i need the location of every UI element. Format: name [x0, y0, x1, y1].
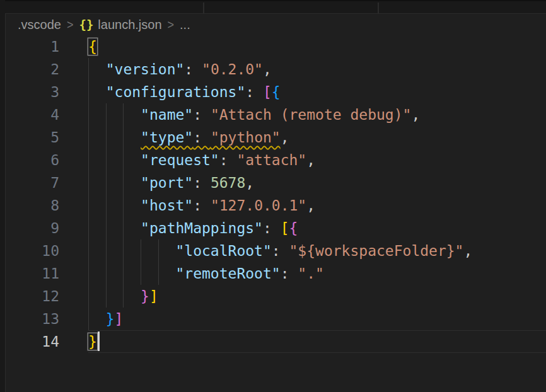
code-token: : — [281, 265, 298, 282]
code-token: "attach" — [236, 152, 306, 168]
code-line[interactable]: 3 "configurations": [{ — [5, 81, 546, 103]
code-token — [88, 61, 106, 78]
editor-tab-bar[interactable] — [5, 0, 546, 14]
indent-guide — [106, 239, 107, 262]
code-line[interactable]: 10 "localRoot": "${workspaceFolder}", — [5, 239, 546, 262]
code-token: "0.2.0" — [202, 61, 263, 78]
code-line[interactable]: 12 }] — [5, 285, 546, 308]
code-token: { — [88, 38, 97, 55]
line-number[interactable]: 2 — [5, 58, 59, 81]
code-line[interactable]: 1{ — [5, 35, 546, 58]
code-text: "host": "127.0.0.1", — [88, 194, 546, 217]
code-line[interactable]: 2 "version": "0.2.0", — [5, 58, 546, 81]
code-token: ] — [115, 311, 124, 327]
code-text: { — [88, 35, 546, 58]
line-number[interactable]: 12 — [5, 285, 59, 308]
breadcrumb-item-symbol-ellipsis[interactable]: ... — [180, 18, 190, 32]
code-token: "python" — [211, 129, 281, 146]
code-token: "request" — [141, 152, 219, 168]
code-token: : — [184, 61, 202, 78]
code-token: : — [193, 129, 211, 146]
code-token: } — [141, 288, 149, 304]
code-token: : — [193, 197, 211, 214]
code-token: : — [263, 220, 281, 236]
indent-guide — [141, 239, 141, 262]
code-token: "pathMappings" — [141, 220, 263, 236]
code-line[interactable]: 6 "request": "attach", — [5, 149, 546, 171]
indent-guide — [106, 171, 107, 194]
code-line[interactable]: 8 "host": "127.0.0.1", — [5, 194, 546, 217]
indent-guide — [141, 262, 141, 285]
code-line[interactable]: 7 "port": 5678, — [5, 171, 546, 194]
code-token: , — [281, 129, 289, 146]
line-number[interactable]: 11 — [5, 262, 59, 285]
line-number[interactable]: 5 — [5, 126, 59, 149]
breadcrumb-label: .vscode — [18, 18, 61, 32]
code-token: "configurations" — [106, 84, 246, 100]
indent-guide — [123, 126, 124, 149]
indent-guide — [123, 171, 124, 194]
breadcrumb-label: ... — [180, 18, 190, 32]
text-cursor — [98, 331, 100, 351]
indent-guide — [106, 149, 107, 171]
breadcrumb: .vscode>{}launch.json>... — [18, 14, 190, 35]
code-token: { — [289, 220, 298, 236]
indent-guide — [88, 239, 89, 262]
code-line[interactable]: 14} — [5, 330, 546, 353]
line-number[interactable]: 14 — [5, 330, 59, 353]
code-token: : — [245, 84, 263, 100]
line-number[interactable]: 3 — [5, 81, 59, 103]
indent-guide — [88, 103, 89, 126]
breadcrumb-label: launch.json — [98, 18, 161, 32]
code-text: "pathMappings": [{ — [88, 217, 546, 239]
breadcrumb-separator-icon: > — [162, 17, 180, 32]
indent-guide — [88, 126, 89, 149]
code-line[interactable]: 4 "name": "Attach (remote debug)", — [5, 103, 546, 126]
tab-partial-1[interactable] — [5, 1, 203, 13]
code-token: : — [272, 243, 289, 259]
line-number[interactable]: 13 — [5, 308, 59, 330]
code-text: "port": 5678, — [88, 171, 546, 194]
code-text: "request": "attach", — [88, 149, 546, 171]
breadcrumb-item-file[interactable]: {}launch.json — [79, 18, 161, 32]
code-token: , — [306, 152, 315, 168]
line-number[interactable]: 6 — [5, 149, 59, 171]
code-token — [88, 175, 141, 191]
indent-guide — [106, 285, 107, 308]
breadcrumb-separator-icon: > — [61, 17, 79, 32]
code-token — [88, 129, 141, 146]
code-editor[interactable]: 1{2 "version": "0.2.0",3 "configurations… — [5, 35, 546, 353]
line-number[interactable]: 10 — [5, 239, 59, 262]
line-number[interactable]: 7 — [5, 171, 59, 194]
line-number[interactable]: 1 — [5, 35, 59, 58]
indent-guide — [88, 149, 89, 171]
line-number[interactable]: 8 — [5, 194, 59, 217]
line-number[interactable]: 4 — [5, 103, 59, 126]
breadcrumb-item-folder[interactable]: .vscode — [18, 18, 61, 32]
code-token — [88, 197, 141, 214]
code-token: [ — [281, 220, 289, 236]
indent-guide — [88, 308, 89, 330]
code-line[interactable]: 11 "remoteRoot": "." — [5, 262, 546, 285]
code-token: , — [245, 175, 254, 191]
code-token: , — [411, 107, 420, 123]
code-token: "." — [298, 265, 324, 282]
code-text: } — [88, 330, 546, 353]
code-token — [88, 243, 175, 259]
code-token — [88, 107, 141, 123]
tab-partial-3[interactable] — [379, 1, 546, 13]
code-token: : — [193, 175, 211, 191]
code-text: "type": "python", — [88, 126, 546, 149]
code-line[interactable]: 5 "type": "python", — [5, 126, 546, 149]
indent-guide — [88, 58, 89, 81]
code-text: "version": "0.2.0", — [88, 58, 546, 81]
indent-guide — [158, 239, 159, 262]
indent-guide — [106, 217, 107, 239]
code-token: : — [193, 107, 211, 123]
code-line[interactable]: 13 }] — [5, 308, 546, 330]
tab-partial-2[interactable] — [204, 1, 378, 13]
code-token: "type" — [141, 129, 193, 146]
line-number[interactable]: 9 — [5, 217, 59, 239]
indent-guide — [88, 217, 89, 239]
code-line[interactable]: 9 "pathMappings": [{ — [5, 217, 546, 239]
